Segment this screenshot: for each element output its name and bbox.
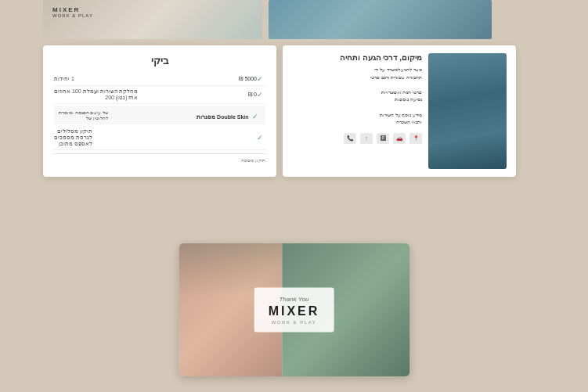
invoice-label-2: מחלקת השירות ועמלת 100 אחוזיםאחז (נטו) 2…: [54, 88, 138, 101]
top-row: MIXER WORK & PLAY: [43, 0, 492, 39]
invoice-label-4: תיקון מסלוליםלגרסת מסמכיםלאספס מתוכן: [54, 128, 92, 147]
invoice-item-desc-text: של עיצוב הפנסה ומוסרת: [59, 110, 108, 115]
phone-icon[interactable]: 📞: [344, 133, 356, 144]
invoice-item-name: Double Skin מסגרות: [197, 114, 248, 120]
invoice-row-2: ✓ 0 ₪ מחלקת השירות ועמלת 100 אחוזיםאחז (…: [54, 86, 265, 104]
photo-overlay: [428, 53, 507, 169]
invoice-row-2-right: ✓ 0 ₪: [248, 91, 265, 99]
check-icon-1: ✓: [257, 75, 263, 83]
check-icon-4: ✓: [257, 134, 263, 142]
thankyou-bg: Thank You MIXER WORK & PLAY: [179, 243, 409, 376]
check-icon-3: ✓: [252, 113, 258, 120]
invoice-row-3-right: ✓ Double Skin מסגרות: [197, 108, 261, 122]
card-info-body: כיצד להגיע למשרד על ידי תחבורה ציבורית ו…: [292, 67, 422, 127]
info-line-4: נסיעה נוספות: [292, 96, 422, 104]
card-invoice: ביקי ✓ 5000 ₪ 1 יחידות ✓ 0 ₪ מחלקת השירו…: [43, 45, 276, 177]
thankyou-subtitle: WORK & PLAY: [269, 320, 320, 325]
invoice-item-desc-text2: לחלוטין של: [59, 115, 108, 120]
main-container: MIXER WORK & PLAY ביקי ✓ 5000 ₪ 1 יחידות…: [0, 0, 588, 392]
info-line-5: מידע נוסף על השירות: [292, 112, 422, 120]
invoice-item-block: ✓ Double Skin מסגרות של עיצוב הפנסה ומוס…: [54, 106, 265, 124]
info-line-6: ותנאי השכרה: [292, 119, 422, 127]
card-thankyou: Thank You MIXER WORK & PLAY: [179, 243, 409, 376]
invoice-value-2: 0 ₪: [248, 92, 257, 98]
card-info-photo: [428, 53, 507, 169]
invoice-row-1-right: ✓ 5000 ₪: [239, 75, 265, 83]
info-line-3: פרטי חניה ואפשרויות: [292, 89, 422, 97]
invoice-row-4: ✓ תיקון מסלוליםלגרסת מסמכיםלאספס מתוכן: [54, 126, 265, 150]
parking-icon[interactable]: 🅿: [377, 133, 389, 144]
thank-you-text: Thank You: [269, 296, 320, 303]
share-icon[interactable]: ↑: [360, 133, 373, 144]
invoice-row-1: ✓ 5000 ₪ 1 יחידות: [54, 73, 265, 86]
card-mixer-header: MIXER WORK & PLAY: [43, 0, 262, 39]
card-info-title: מיקום, דרכי הגעה ותחיה: [292, 53, 422, 62]
info-line-2: תחבורה ציבורית ורכב פרטי: [292, 74, 422, 82]
card-info-icons: 📍 🚗 🅿 ↑ 📞: [292, 133, 422, 144]
invoice-row-4-right: ✓: [257, 134, 265, 142]
invoice-label-1: 1 יחידות: [54, 76, 74, 82]
location-icon[interactable]: 📍: [409, 133, 422, 144]
info-line-1: כיצד להגיע למשרד על ידי: [292, 67, 422, 74]
header-image-right: [269, 0, 492, 39]
check-icon-2: ✓: [257, 91, 263, 99]
card-office-header: [269, 0, 492, 39]
card-info-text-section: מיקום, דרכי הגעה ותחיה כיצד להגיע למשרד …: [292, 53, 422, 169]
invoice-item-desc: של עיצוב הפנסה ומוסרת לחלוטין של: [59, 110, 108, 120]
thankyou-mixer-logo: MIXER: [269, 304, 320, 318]
card-info: מיקום, דרכי הגעה ותחיה כיצד להגיע למשרד …: [283, 45, 516, 177]
thankyou-overlay: Thank You MIXER WORK & PLAY: [254, 288, 334, 333]
invoice-note: תיקון מסיכה: [54, 157, 265, 163]
mixer-logo-top: MIXER WORK & PLAY: [52, 6, 93, 18]
middle-row: ביקי ✓ 5000 ₪ 1 יחידות ✓ 0 ₪ מחלקת השירו…: [43, 45, 516, 177]
invoice-title: ביקי: [54, 55, 265, 67]
car-icon[interactable]: 🚗: [393, 133, 406, 144]
invoice-separator: [54, 153, 265, 154]
invoice-value-1: 5000 ₪: [239, 76, 257, 82]
